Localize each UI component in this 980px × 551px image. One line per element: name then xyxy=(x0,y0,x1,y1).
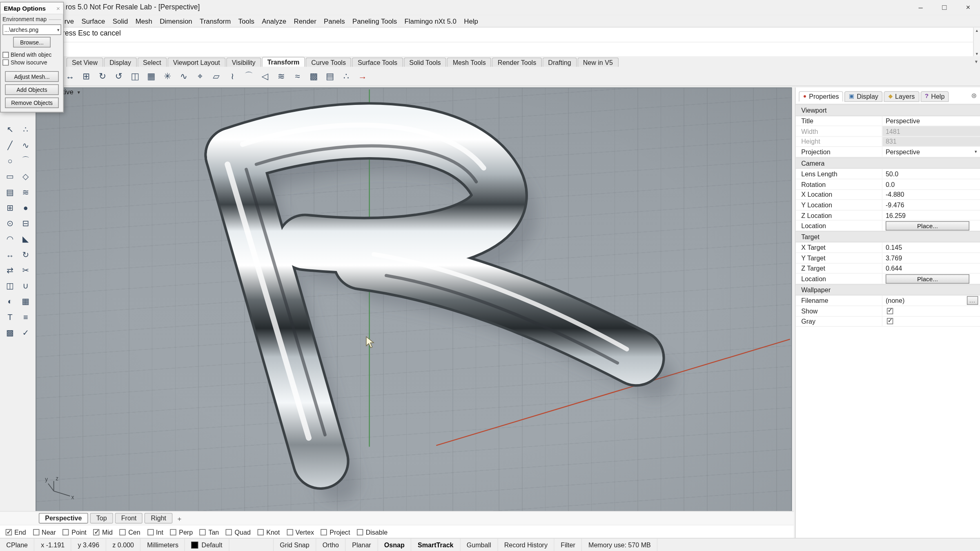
property-value[interactable]: 0.644 ▾ ... xyxy=(882,263,980,273)
cage-edit-icon[interactable]: ▩ xyxy=(306,69,321,84)
checkbox[interactable] xyxy=(226,529,232,535)
sweep-icon[interactable]: ≋ xyxy=(18,184,33,200)
panel-tab[interactable]: ◆ Layers xyxy=(884,91,919,102)
osnap-checkbox-item[interactable]: Tan xyxy=(200,528,219,535)
array-tool-icon[interactable]: ▦ xyxy=(18,293,33,309)
viewport-tab[interactable]: Front xyxy=(115,513,143,524)
toolbar-tab[interactable]: New in V5 xyxy=(577,58,619,67)
osnap-checkbox-item[interactable]: End xyxy=(6,528,26,535)
polygon-icon[interactable]: ◇ xyxy=(18,169,33,184)
status-toggle[interactable]: Planar xyxy=(346,538,378,551)
fillet-icon[interactable]: ◠ xyxy=(2,231,18,246)
command-scrollbar[interactable]: ▲ ▼ xyxy=(973,27,980,57)
rectangle-icon[interactable]: ▭ xyxy=(2,169,18,184)
rotate-icon[interactable]: ↻ xyxy=(95,69,110,84)
status-item[interactable]: z 0.000 xyxy=(106,538,141,551)
polar-array-icon[interactable]: ✳ xyxy=(160,69,175,84)
menu-item[interactable]: Help xyxy=(460,17,482,24)
property-value[interactable]: ▾ ... xyxy=(882,316,980,326)
menu-item[interactable]: Transform xyxy=(196,17,234,24)
property-value[interactable]: ▾ ... xyxy=(882,306,980,316)
property-value[interactable]: 831 ▾ ... xyxy=(882,137,980,147)
osnap-checkbox-item[interactable]: Knot xyxy=(258,528,280,535)
copy-icon[interactable]: ⊞ xyxy=(79,69,94,84)
status-toggle[interactable]: Memory use: 570 MB xyxy=(582,538,658,551)
status-toggle[interactable]: Osnap xyxy=(378,538,412,551)
toolbar-tab[interactable]: Display xyxy=(104,58,136,67)
tab-overflow-icon[interactable]: ▾ xyxy=(975,59,978,64)
boolean-icon[interactable]: ◐ xyxy=(2,293,18,309)
status-item[interactable]: y 3.496 xyxy=(71,538,106,551)
scale-tool-icon[interactable]: ⇄ xyxy=(2,262,18,278)
menu-item[interactable]: Analyze xyxy=(258,17,290,24)
pointer-icon[interactable]: ↖ xyxy=(2,122,18,137)
menu-item[interactable]: Paneling Tools xyxy=(349,17,401,24)
osnap-checkbox-item[interactable]: Project xyxy=(321,528,350,535)
panel-tab[interactable]: ● Properties xyxy=(799,91,843,102)
osnap-checkbox-item[interactable]: Near xyxy=(33,528,56,535)
sphere-icon[interactable]: ● xyxy=(18,200,33,215)
property-value[interactable]: 50.0 ▾ ... xyxy=(882,169,980,179)
property-value[interactable]: 1481 ▾ ... xyxy=(882,126,980,136)
dialog-button[interactable]: Add Objects xyxy=(5,84,59,95)
toolbar-tab[interactable]: Render Tools xyxy=(492,58,542,67)
status-item[interactable]: CPlane xyxy=(0,538,35,551)
toolbar-tab[interactable]: Solid Tools xyxy=(403,58,446,67)
menu-item[interactable]: Surface xyxy=(78,17,109,24)
curve-icon[interactable]: ∿ xyxy=(18,138,33,153)
panel-tab[interactable]: ? Help xyxy=(920,91,949,102)
checkbox[interactable] xyxy=(887,308,893,314)
status-toggle[interactable]: Record History xyxy=(498,538,554,551)
checkbox[interactable] xyxy=(887,318,893,324)
rotate-tool-icon[interactable]: ↻ xyxy=(18,247,33,262)
dialog-title-bar[interactable]: EMap Options × xyxy=(1,2,63,14)
minimize-button[interactable]: – xyxy=(909,0,933,15)
hatch-icon[interactable]: ▩ xyxy=(2,325,18,340)
perspective-viewport[interactable] xyxy=(36,87,792,512)
text-icon[interactable]: T xyxy=(2,309,18,324)
viewport-tab[interactable]: Top xyxy=(90,513,113,524)
split-icon[interactable]: ◫ xyxy=(2,278,18,293)
shear-icon[interactable]: ▱ xyxy=(209,69,224,84)
taper-icon[interactable]: ◁ xyxy=(258,69,273,84)
mirror-icon[interactable]: ◫ xyxy=(127,69,143,84)
environment-map-dropdown[interactable]: ...\arches.png ▾ xyxy=(2,24,61,35)
checkbox[interactable] xyxy=(321,529,327,535)
close-button[interactable]: × xyxy=(956,0,980,15)
scroll-up-icon[interactable]: ▲ xyxy=(975,29,979,32)
set-points-icon[interactable]: ∴ xyxy=(339,69,354,84)
dialog-button[interactable]: Adjust Mesh... xyxy=(5,71,59,82)
edit-points-icon[interactable]: ∴ xyxy=(18,122,33,137)
property-value[interactable]: -4.880 ▾ ... xyxy=(882,190,980,200)
scroll-down-icon[interactable]: ▼ xyxy=(975,52,979,56)
project-icon[interactable]: ▤ xyxy=(323,69,338,84)
trim-icon[interactable]: ✂ xyxy=(18,262,33,278)
check-icon[interactable]: ✓ xyxy=(18,325,33,340)
move-tool-icon[interactable]: ↔ xyxy=(2,247,18,262)
osnap-checkbox-item[interactable]: Vertex xyxy=(287,528,314,535)
extrude-icon[interactable]: ⊟ xyxy=(18,216,33,231)
toolbar-tab[interactable]: Curve Tools xyxy=(306,58,352,67)
orient-icon[interactable]: ⌖ xyxy=(192,69,207,84)
polyline-icon[interactable]: ╱ xyxy=(2,138,18,153)
checkbox[interactable] xyxy=(287,529,293,535)
toolbar-tab[interactable]: Set View xyxy=(66,58,103,67)
gear-icon[interactable]: ⊛ xyxy=(971,92,977,100)
property-value[interactable]: 0.145 ▾ ... xyxy=(882,243,980,253)
checkbox[interactable] xyxy=(2,59,9,65)
browse-button[interactable]: Browse... xyxy=(13,37,51,47)
property-value[interactable]: Place... ▾ ... xyxy=(882,221,980,231)
viewport-tab[interactable]: Perspective xyxy=(39,513,88,524)
checkbox[interactable] xyxy=(63,529,69,535)
viewport-tab[interactable]: + xyxy=(174,513,185,523)
circle-icon[interactable]: ○ xyxy=(2,153,18,168)
checkbox[interactable] xyxy=(94,529,100,535)
status-item[interactable]: Default xyxy=(185,538,229,551)
property-value[interactable]: (none) ▾ ... xyxy=(882,295,980,305)
osnap-checkbox-item[interactable]: Point xyxy=(63,528,87,535)
toolbar-tab[interactable]: Viewport Layout xyxy=(167,58,226,67)
close-icon[interactable]: × xyxy=(56,4,60,11)
checkbox[interactable] xyxy=(200,529,206,535)
dialog-button[interactable]: Remove Objects xyxy=(5,98,59,108)
toolbar-tab[interactable]: Transform xyxy=(262,57,305,67)
